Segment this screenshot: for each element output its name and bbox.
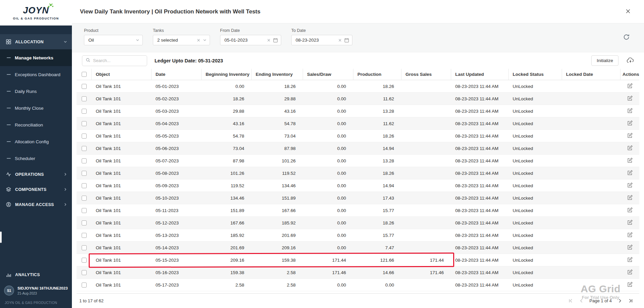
select-all-checkbox[interactable] xyxy=(82,72,87,77)
edit-row-button[interactable] xyxy=(627,83,633,90)
edit-row-button[interactable] xyxy=(627,219,633,227)
row-checkbox[interactable] xyxy=(82,196,87,201)
row-checkbox[interactable] xyxy=(82,146,87,151)
edit-row-button[interactable] xyxy=(627,281,633,289)
row-checkbox[interactable] xyxy=(82,96,87,101)
table-row[interactable]: Oil Tank 10105-11-2023151.89167.660.0015… xyxy=(77,204,639,217)
clear-icon[interactable] xyxy=(338,39,342,42)
row-checkbox[interactable] xyxy=(82,121,87,126)
sidebar-item-allocation-config[interactable]: Allocation Config xyxy=(0,133,72,150)
edit-row-button[interactable] xyxy=(627,244,633,252)
search-input[interactable] xyxy=(93,58,143,63)
row-checkbox[interactable] xyxy=(82,220,87,225)
edit-row-button[interactable] xyxy=(627,256,633,264)
row-checkbox[interactable] xyxy=(82,258,87,263)
column-header-beginning-inventory[interactable]: Beginning Inventory xyxy=(202,69,252,80)
edit-row-button[interactable] xyxy=(627,145,633,152)
cell-date: 05-05-2023 xyxy=(152,130,202,142)
sidebar-item-daily-runs[interactable]: Daily Runs xyxy=(0,83,72,100)
row-checkbox[interactable] xyxy=(82,245,87,250)
column-header-sales-draw[interactable]: Sales/Draw xyxy=(303,69,353,80)
cloud-download-button[interactable] xyxy=(626,56,635,65)
column-header-gross-sales[interactable]: Gross Sales xyxy=(401,69,451,80)
sidebar-scrollbar[interactable] xyxy=(0,232,2,243)
to-date-input[interactable]: 08-23-2023 xyxy=(291,35,352,45)
table-row[interactable]: Oil Tank 10105-01-20230.0018.260.0018.26… xyxy=(77,80,639,93)
table-row[interactable]: Oil Tank 10105-06-202373.0487.980.0014.9… xyxy=(77,142,639,155)
column-header-label: Production xyxy=(357,72,381,77)
sidebar-item-scheduler[interactable]: Scheduler xyxy=(0,150,72,167)
table-row[interactable]: Oil Tank 10105-02-202318.2629.880.0011.6… xyxy=(77,93,639,105)
column-header-last-updated[interactable]: Last Updated xyxy=(451,69,509,80)
next-page-button[interactable] xyxy=(617,298,623,304)
column-header-production[interactable]: Production xyxy=(353,69,401,80)
cell-actions xyxy=(620,242,639,254)
tanks-select[interactable]: 2 selected xyxy=(153,35,210,45)
row-checkbox[interactable] xyxy=(82,158,87,163)
row-checkbox[interactable] xyxy=(82,233,87,238)
sidebar-section-operations[interactable]: OPERATIONS xyxy=(0,167,72,182)
first-page-button[interactable] xyxy=(567,298,574,304)
cell-object: Oil Tank 101 xyxy=(92,217,152,229)
table-row[interactable]: Oil Tank 10105-05-202354.7873.040.0018.2… xyxy=(77,130,639,142)
table-row[interactable]: Oil Tank 10105-12-2023167.66185.920.0018… xyxy=(77,217,639,229)
sidebar-item-manage-networks[interactable]: Manage Networks xyxy=(0,49,72,66)
row-checkbox[interactable] xyxy=(82,109,87,114)
table-row[interactable]: Oil Tank 10105-14-2023201.69209.160.007.… xyxy=(77,242,639,254)
table-row[interactable]: Oil Tank 10105-17-20232.582.580.000.0008… xyxy=(77,279,639,291)
refresh-button[interactable] xyxy=(622,33,631,42)
column-header-locked-date[interactable]: Locked Date xyxy=(562,69,620,80)
edit-row-button[interactable] xyxy=(627,182,633,190)
sidebar-item-analytics[interactable]: ANALYTICS xyxy=(0,267,72,283)
edit-row-button[interactable] xyxy=(627,232,633,239)
calendar-icon[interactable] xyxy=(344,38,349,43)
edit-row-button[interactable] xyxy=(627,169,633,177)
initialize-button[interactable]: Initialize xyxy=(591,55,618,66)
column-header-actions[interactable]: Actions xyxy=(620,69,639,80)
sidebar-item-reconciliation[interactable]: Reconciliation xyxy=(0,116,72,133)
row-checkbox[interactable] xyxy=(82,134,87,139)
edit-row-button[interactable] xyxy=(627,107,633,115)
edit-row-button[interactable] xyxy=(627,157,633,165)
cell-locked-date xyxy=(562,242,620,254)
table-row[interactable]: Oil Tank 10105-15-2023209.16159.38171.44… xyxy=(77,254,639,266)
previous-page-button[interactable] xyxy=(578,298,585,304)
row-checkbox[interactable] xyxy=(82,183,87,188)
from-date-input[interactable]: 05-01-2023 xyxy=(220,35,281,45)
clear-icon[interactable] xyxy=(197,39,200,42)
row-checkbox[interactable] xyxy=(82,283,87,288)
edit-row-button[interactable] xyxy=(627,207,633,214)
close-button[interactable] xyxy=(624,7,632,16)
edit-row-button[interactable] xyxy=(627,95,633,103)
user-profile[interactable]: S1 SIDJOYNAI 16THJUNE2023 21-Aug-2023 xyxy=(0,283,72,299)
edit-row-button[interactable] xyxy=(627,120,633,127)
table-row[interactable]: Oil Tank 10105-03-202329.8843.160.0013.2… xyxy=(77,105,639,117)
column-header-ending-inventory[interactable]: Ending Inventory xyxy=(252,69,303,80)
table-row[interactable]: Oil Tank 10105-07-202387.98101.260.0013.… xyxy=(77,155,639,167)
clear-icon[interactable] xyxy=(267,39,270,42)
calendar-icon[interactable] xyxy=(273,38,278,43)
table-row[interactable]: Oil Tank 10105-04-202343.1654.780.0011.6… xyxy=(77,117,639,130)
column-header-object[interactable]: Object xyxy=(92,69,152,80)
table-row[interactable]: Oil Tank 10105-16-2023159.382.58171.4614… xyxy=(77,266,639,279)
product-select[interactable]: Oil xyxy=(84,35,143,45)
sidebar-section-allocation[interactable]: ALLOCATION xyxy=(0,34,72,49)
last-page-button[interactable] xyxy=(628,298,634,304)
column-header-locked-status[interactable]: Locked Status xyxy=(509,69,562,80)
sidebar-item-monthly-close[interactable]: Monthly Close xyxy=(0,100,72,116)
table-row[interactable]: Oil Tank 10105-10-2023134.46151.890.0017… xyxy=(77,192,639,204)
row-checkbox[interactable] xyxy=(82,84,87,89)
edit-row-button[interactable] xyxy=(627,194,633,202)
column-header-date[interactable]: Date xyxy=(152,69,202,80)
table-row[interactable]: Oil Tank 10105-09-2023119.52134.460.0014… xyxy=(77,179,639,192)
row-checkbox[interactable] xyxy=(82,270,87,275)
edit-row-button[interactable] xyxy=(627,269,633,276)
sidebar-section-manage-access[interactable]: MANAGE ACCESS xyxy=(0,197,72,212)
table-row[interactable]: Oil Tank 10105-08-2023101.26119.520.0018… xyxy=(77,167,639,179)
row-checkbox[interactable] xyxy=(82,171,87,176)
table-row[interactable]: Oil Tank 10105-13-2023185.92201.690.0015… xyxy=(77,229,639,242)
sidebar-item-exceptions-dashboard[interactable]: Exceptions Dashboard xyxy=(0,66,72,83)
sidebar-section-components[interactable]: COMPONENTS xyxy=(0,182,72,197)
edit-row-button[interactable] xyxy=(627,132,633,140)
row-checkbox[interactable] xyxy=(82,208,87,213)
